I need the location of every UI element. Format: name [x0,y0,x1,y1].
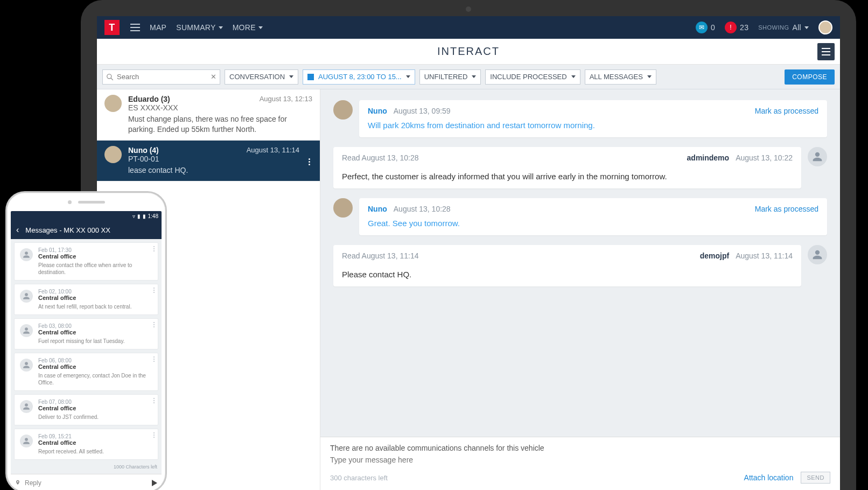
more-options-icon[interactable] [153,432,155,438]
message-input[interactable] [330,456,830,464]
date-range-dropdown[interactable]: AUGUST 8, 23:00 TO 15... [303,69,415,85]
phone-message-card[interactable]: Feb 06, 08:00Central officeIn case of em… [14,353,158,391]
more-options-icon[interactable] [153,398,155,403]
nav-map[interactable]: MAP [150,23,166,32]
message-bubble: NunoAugust 13, 09:59Mark as processedWil… [333,100,827,137]
signal-icon: ▮ [137,213,141,219]
wifi-icon: ▿ [132,213,135,219]
phone-msg-time: Feb 01, 17:30 [38,247,152,253]
alert-icon: ! [725,22,737,33]
phone-screen: ▿ ▮ ▮ 1:48 ‹ Messages - MK XX 000 XX Feb… [11,211,162,490]
page-title-bar: INTERACT [97,39,840,65]
attach-location-link[interactable]: Attach location [744,473,794,482]
more-options-icon[interactable] [306,146,312,176]
mail-badge[interactable]: ✉ 0 [696,22,715,33]
conversation-dropdown[interactable]: CONVERSATION [225,69,298,85]
phone-message-card[interactable]: Feb 07, 08:00Central officeDeliver to JS… [14,394,158,425]
conversation-name: Eduardo (3) [128,95,170,103]
all-messages-dropdown[interactable]: ALL MESSAGES [585,69,656,85]
compose-button[interactable]: COMPOSE [785,69,835,85]
composer-warning: There are no available communications ch… [330,444,830,452]
conversation-name: Nuno (4) [128,146,159,155]
laptop-frame: T MAP SUMMARY MORE ✉ 0 ! 23 [81,0,856,490]
phone-msg-time: Feb 09, 15:21 [38,433,152,439]
date-range-label: AUGUST 8, 23:00 TO 15... [318,73,402,81]
avatar-icon [20,324,33,337]
conversation-item[interactable]: Eduardo (3) August 13, 12:13 ES XXXX-XXX… [97,89,320,141]
search-input[interactable] [117,73,207,81]
showing-value: All [793,23,801,32]
avatar-icon [20,435,33,447]
message-sender: Nuno [368,107,387,115]
page-title: INTERACT [437,45,500,58]
search-icon [106,73,114,81]
include-processed-dropdown[interactable]: INCLUDE PROCESSED [485,69,580,85]
phone-camera-icon [68,200,72,204]
menu-icon[interactable] [130,24,140,31]
brand-logo[interactable]: T [104,20,120,35]
read-timestamp: Read August 13, 10:28 [342,153,418,162]
nav-summary[interactable]: SUMMARY [176,23,222,32]
avatar-icon [20,359,33,372]
phone-msg-sender: Central office [38,439,152,446]
read-timestamp: Read August 13, 11:14 [342,251,418,260]
message-bubble: Read August 13, 11:14demojpfAugust 13, 1… [333,245,827,286]
phone-reply-bar: Reply [11,474,162,490]
chars-left: 300 characters left [330,474,388,482]
back-icon[interactable]: ‹ [16,225,19,235]
alert-badge[interactable]: ! 23 [725,22,748,33]
chevron-down-icon [289,75,293,78]
showing-dropdown[interactable]: SHOWING All [758,23,809,32]
battery-icon: ▮ [143,213,146,219]
phone-msg-sender: Central office [38,253,152,260]
phone-message-card[interactable]: Feb 01, 17:30Central officePlease contac… [14,242,158,281]
more-options-icon[interactable] [153,356,155,362]
conversation-subtitle: PT-00-01 [128,155,299,163]
more-options-icon[interactable] [153,288,155,293]
composer: There are no available communications ch… [320,437,840,490]
more-options-icon[interactable] [153,322,155,327]
phone-message-card[interactable]: Feb 09, 15:21Central officeReport receiv… [14,429,158,460]
phone-msg-preview: Fuel report missing for last Tuesday. [38,338,152,345]
page-menu-button[interactable] [817,43,835,60]
chevron-down-icon [571,75,576,78]
phone-msg-time: Feb 02, 10:00 [38,289,152,295]
message-avatar [808,147,827,166]
phone-msg-sender: Central office [38,329,152,335]
phone-message-card[interactable]: Feb 03, 08:00Central officeFuel report m… [14,318,158,349]
unfiltered-dropdown[interactable]: UNFILTERED [419,69,481,85]
chevron-down-icon [647,75,652,78]
alert-count: 23 [740,23,748,32]
more-options-icon[interactable] [153,246,155,251]
message-time: August 13, 10:22 [736,153,793,162]
messages-scroll[interactable]: NunoAugust 13, 09:59Mark as processedWil… [320,89,840,437]
chevron-down-icon [219,26,223,29]
location-icon[interactable] [15,479,20,487]
clear-search-icon[interactable]: ✕ [211,73,216,81]
conversation-time: August 13, 12:13 [260,95,312,103]
search-input-wrap[interactable]: ✕ [102,69,220,85]
nav-more[interactable]: MORE [233,23,263,32]
send-icon[interactable] [152,480,157,486]
phone-msg-sender: Central office [38,405,152,411]
phone-message-list[interactable]: Feb 01, 17:30Central officePlease contac… [11,239,162,463]
mark-processed-link[interactable]: Mark as processed [755,107,818,115]
user-avatar[interactable] [818,20,832,34]
calendar-icon [307,74,314,80]
phone-title-bar: ‹ Messages - MK XX 000 XX [11,221,162,239]
include-processed-label: INCLUDE PROCESSED [490,73,566,81]
chevron-down-icon [472,75,476,78]
send-button[interactable]: SEND [801,472,830,484]
message-bubble: NunoAugust 13, 10:28Mark as processedGre… [333,198,827,235]
avatar-icon [20,290,33,303]
mail-count: 0 [711,23,715,32]
mark-processed-link[interactable]: Mark as processed [755,205,818,213]
phone-message-card[interactable]: Feb 02, 10:00Central officeAt next fuel … [14,284,158,315]
unfiltered-label: UNFILTERED [424,73,468,81]
conversation-item-selected[interactable]: Nuno (4) August 13, 11:14 PT-00-01 lease… [97,141,320,181]
laptop-camera [466,6,471,12]
svg-line-1 [111,78,113,80]
chevron-down-icon [258,26,263,29]
phone-reply-placeholder[interactable]: Reply [25,479,41,487]
message-text: Great. See you tomorrow. [368,218,818,229]
